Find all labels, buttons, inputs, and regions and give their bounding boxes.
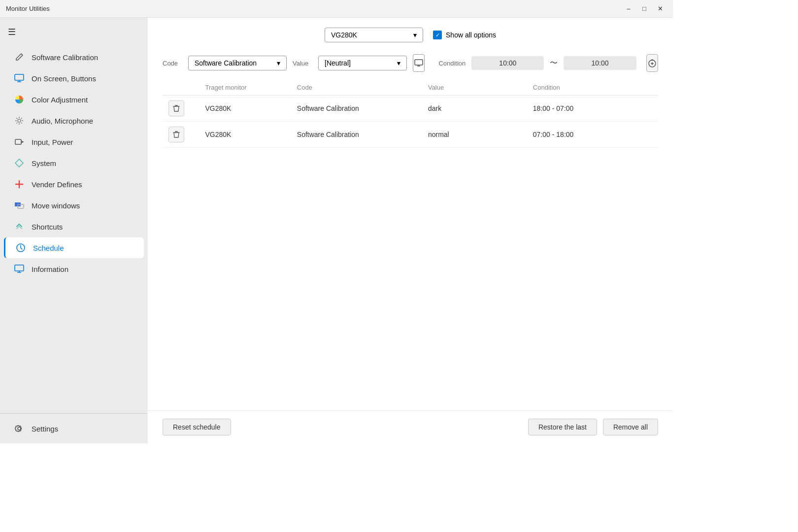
table-row: VG280K Software Calibration normal 07:00… [163, 122, 658, 148]
row-delete-cell [163, 122, 200, 148]
delete-row-button[interactable] [168, 127, 184, 142]
row-code: Software Calibration [291, 96, 422, 122]
monitor-dropdown[interactable]: VG280K ▾ [325, 28, 423, 42]
sidebar-item-schedule[interactable]: Schedule [4, 237, 144, 258]
sidebar-label-input-power: Input, Power [32, 138, 73, 146]
add-schedule-button[interactable] [646, 54, 658, 72]
tilde-separator: 〜 [550, 58, 558, 68]
sidebar-label-system: System [32, 159, 56, 167]
sidebar-items: Software CalibrationOn Screen, ButtonsCo… [0, 46, 148, 280]
content-area: VG280K ▾ ✓ Show all options Code Softwar… [148, 18, 673, 443]
app-body: ☰ Software CalibrationOn Screen, Buttons… [0, 18, 673, 443]
sidebar-item-input-power[interactable]: Input, Power [4, 132, 144, 152]
filter-row: Code Software Calibration ▾ Value [Neutr… [163, 54, 658, 72]
monitor-view-button[interactable] [413, 54, 425, 72]
input-icon [14, 136, 25, 147]
content-inner: VG280K ▾ ✓ Show all options Code Softwar… [148, 18, 673, 410]
table-body: VG280K Software Calibration dark 18:00 -… [163, 96, 658, 148]
col-header-value: Value [422, 80, 527, 96]
monitor-dropdown-value: VG280K [331, 31, 357, 39]
close-button[interactable]: ✕ [653, 2, 667, 16]
sidebar-label-software-calibration: Software Calibration [32, 53, 98, 62]
value-label: Value [293, 60, 312, 67]
diamond-icon [14, 158, 25, 168]
svg-rect-3 [15, 139, 21, 144]
sidebar-item-settings[interactable]: Settings [4, 418, 144, 439]
reset-schedule-button[interactable]: Reset schedule [163, 419, 231, 435]
gear-audio-icon [14, 115, 25, 126]
sidebar-item-shortcuts[interactable]: Shortcuts [4, 216, 144, 237]
sidebar-settings-label: Settings [32, 425, 58, 433]
svg-rect-7 [15, 265, 24, 271]
show-all-checkbox[interactable]: ✓ [433, 31, 442, 39]
row-code: Software Calibration [291, 122, 422, 148]
remove-all-button[interactable]: Remove all [603, 419, 658, 435]
code-dropdown-value: Software Calibration [195, 59, 257, 67]
delete-row-button[interactable] [168, 100, 184, 116]
sidebar-label-information: Information [32, 265, 68, 273]
row-condition: 18:00 - 07:00 [527, 96, 658, 122]
col-header-condition: Condition [527, 80, 658, 96]
show-all-options: ✓ Show all options [433, 31, 496, 39]
svg-rect-0 [15, 74, 24, 80]
col-header-delete [163, 80, 200, 96]
content-topbar: VG280K ▾ ✓ Show all options [163, 28, 658, 42]
code-label: Code [163, 60, 182, 67]
table-row: VG280K Software Calibration dark 18:00 -… [163, 96, 658, 122]
sidebar-item-move-windows[interactable]: Move windows [4, 195, 144, 216]
svg-rect-8 [415, 60, 423, 65]
minimize-button[interactable]: – [622, 2, 635, 16]
chevron-down-icon: ▾ [413, 31, 417, 39]
sidebar-item-information[interactable]: Information [4, 259, 144, 279]
row-target-monitor: VG280K [200, 122, 291, 148]
content-footer: Reset schedule Restore the last Remove a… [148, 410, 673, 443]
sidebar-item-on-screen-buttons[interactable]: On Screen, Buttons [4, 68, 144, 89]
clock-icon [15, 242, 26, 253]
sidebar: ☰ Software CalibrationOn Screen, Buttons… [0, 18, 148, 443]
maximize-button[interactable]: □ [637, 2, 651, 16]
col-header-target: Traget monitor [200, 80, 291, 96]
sidebar-item-vender-defines[interactable]: Vender Defines [4, 174, 144, 195]
condition-label: Condition [438, 60, 466, 67]
col-header-code: Code [291, 80, 422, 96]
monitor-info-icon [14, 264, 25, 274]
gear-icon [14, 423, 25, 434]
shortcuts-icon [14, 221, 25, 232]
show-all-label: Show all options [446, 31, 496, 39]
row-value: dark [422, 96, 527, 122]
footer-right: Restore the last Remove all [528, 419, 658, 435]
sidebar-label-move-windows: Move windows [32, 201, 80, 210]
plus-cross-icon [14, 179, 25, 190]
restore-last-button[interactable]: Restore the last [528, 419, 597, 435]
row-value: normal [422, 122, 527, 148]
value-dropdown[interactable]: [Neutral] ▾ [318, 56, 407, 70]
window-controls: – □ ✕ [622, 2, 667, 16]
title-bar: Monitor Utilities – □ ✕ [0, 0, 673, 18]
row-target-monitor: VG280K [200, 96, 291, 122]
sidebar-item-color-adjustment[interactable]: Color Adjustment [4, 89, 144, 110]
schedule-table: Traget monitor Code Value Condition VG28… [163, 80, 658, 148]
hamburger-menu[interactable]: ☰ [0, 22, 148, 42]
sidebar-bottom: Settings [0, 413, 148, 439]
time-from-input[interactable] [471, 56, 544, 70]
app-title: Monitor Utilities [6, 5, 50, 12]
sidebar-item-software-calibration[interactable]: Software Calibration [4, 47, 144, 67]
svg-point-2 [18, 119, 21, 122]
monitor-icon [14, 73, 25, 84]
value-dropdown-value: [Neutral] [325, 59, 351, 67]
sidebar-label-shortcuts: Shortcuts [32, 223, 63, 231]
pencil-icon [14, 52, 25, 63]
sidebar-label-on-screen-buttons: On Screen, Buttons [32, 74, 96, 83]
code-dropdown[interactable]: Software Calibration ▾ [188, 56, 287, 70]
sidebar-item-system[interactable]: System [4, 153, 144, 173]
row-delete-cell [163, 96, 200, 122]
value-chevron-icon: ▾ [397, 59, 400, 67]
sidebar-item-audio-microphone[interactable]: Audio, Microphone [4, 110, 144, 131]
sidebar-label-schedule: Schedule [33, 244, 64, 252]
sidebar-label-vender-defines: Vender Defines [32, 180, 82, 189]
color-wheel-icon [14, 94, 25, 105]
time-to-input[interactable] [564, 56, 636, 70]
code-chevron-icon: ▾ [277, 59, 280, 67]
sidebar-label-color-adjustment: Color Adjustment [32, 96, 88, 104]
move-win-icon [14, 200, 25, 211]
